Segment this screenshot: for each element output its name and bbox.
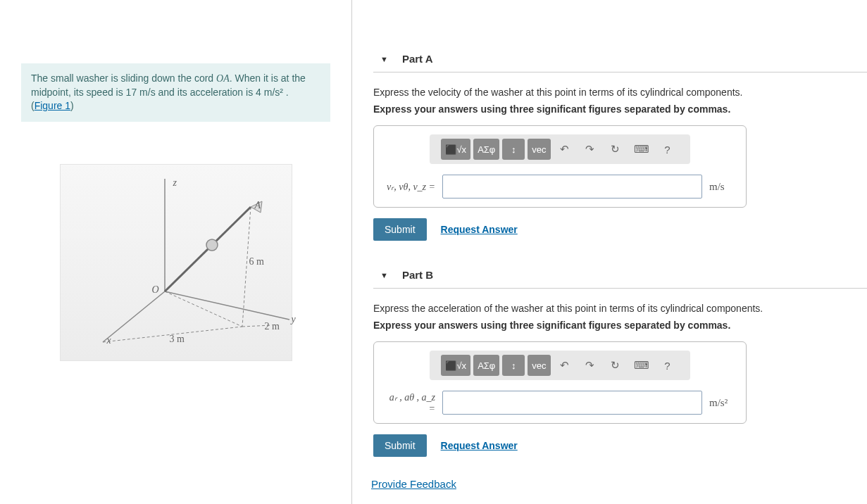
part-a-instr2: Express your answers using three signifi…: [373, 103, 867, 115]
part-a-header[interactable]: ▼ Part A: [373, 46, 867, 73]
problem-text-post: ): [70, 100, 74, 111]
redo-button[interactable]: ↷: [579, 139, 601, 160]
greek-button[interactable]: ΑΣφ: [473, 355, 499, 376]
part-b-input-row: aᵣ , aθ , a_z = m/s²: [382, 391, 737, 415]
figure-link[interactable]: Figure 1: [35, 100, 70, 111]
chevron-down-icon: ▼: [380, 271, 388, 279]
chevron-down-icon: ▼: [380, 55, 388, 63]
redo-button[interactable]: ↷: [579, 355, 601, 376]
part-a-request-answer-link[interactable]: Request Answer: [441, 224, 518, 235]
part-b-unit: m/s²: [709, 397, 737, 409]
part-a-toolbar: ⬛√x ΑΣφ ↕ vec ↶ ↷ ↻ ⌨ ?: [430, 134, 690, 164]
reset-button[interactable]: ↻: [604, 139, 627, 160]
dim-3m: 3 m: [170, 334, 185, 345]
part-b-instr2: Express your answers using three signifi…: [373, 320, 867, 331]
help-button[interactable]: ?: [656, 355, 679, 376]
templates-icon: ⬛√x: [445, 360, 466, 371]
svg-line-1: [103, 291, 165, 342]
provide-feedback-link[interactable]: Provide Feedback: [371, 478, 456, 490]
templates-button[interactable]: ⬛√x: [441, 139, 470, 160]
part-a-submit-button[interactable]: Submit: [373, 218, 427, 241]
templates-icon: ⬛√x: [445, 144, 466, 155]
figure-area: z A 6 m O y 2 m 3 m x: [21, 164, 330, 361]
undo-button[interactable]: ↶: [554, 355, 576, 376]
problem-statement: The small washer is sliding down the cor…: [21, 63, 330, 122]
part-a-instr1: Express the velocity of the washer at th…: [373, 87, 867, 98]
part-a-submit-row: Submit Request Answer: [373, 218, 867, 241]
svg-line-2: [165, 291, 289, 320]
templates-button[interactable]: ⬛√x: [441, 355, 470, 376]
origin-O-label: O: [152, 284, 159, 296]
part-a-body: Express the velocity of the washer at th…: [373, 87, 867, 241]
part-b-submit-button[interactable]: Submit: [373, 434, 427, 457]
greek-button[interactable]: ΑΣφ: [473, 139, 499, 160]
undo-button[interactable]: ↶: [554, 139, 576, 160]
problem-text-pre: The small washer is sliding down the cor…: [31, 73, 216, 84]
part-a-title: Part A: [402, 53, 433, 65]
dim-6m: 6 m: [249, 256, 264, 267]
part-b-header[interactable]: ▼ Part B: [373, 262, 867, 289]
part-b-toolbar: ⬛√x ΑΣφ ↕ vec ↶ ↷ ↻ ⌨ ?: [430, 351, 690, 380]
left-column: The small washer is sliding down the cor…: [0, 0, 352, 504]
part-a-var-label: vᵣ, vθ, v_z =: [382, 181, 435, 193]
vector-button[interactable]: vec: [528, 355, 550, 376]
right-column: ▼ Part A Express the velocity of the was…: [352, 0, 867, 504]
svg-line-3: [165, 291, 242, 327]
reset-button[interactable]: ↻: [604, 355, 627, 376]
part-a-answer-input[interactable]: [442, 175, 702, 199]
axis-z-label: z: [173, 177, 177, 189]
part-a-input-row: vᵣ, vθ, v_z = m/s: [382, 175, 737, 199]
subscript-button[interactable]: ↕: [502, 139, 525, 160]
keyboard-button[interactable]: ⌨: [630, 139, 654, 160]
axis-x-label: x: [107, 335, 111, 346]
dim-2m: 2 m: [265, 321, 280, 332]
svg-point-8: [206, 239, 218, 251]
part-b-answer-input[interactable]: [442, 391, 702, 415]
part-b-body: Express the acceleration of the washer a…: [373, 303, 867, 457]
figure-box: z A 6 m O y 2 m 3 m x: [60, 164, 292, 361]
part-b-request-answer-link[interactable]: Request Answer: [441, 440, 518, 451]
part-b-title: Part B: [402, 269, 433, 281]
part-b-submit-row: Submit Request Answer: [373, 434, 867, 457]
part-b-var-label: aᵣ , aθ , a_z =: [382, 391, 435, 415]
subscript-button[interactable]: ↕: [502, 355, 525, 376]
problem-OA: OA: [216, 73, 230, 84]
part-b-instr1: Express the acceleration of the washer a…: [373, 303, 867, 314]
vector-button[interactable]: vec: [528, 139, 550, 160]
axis-y-label: y: [292, 314, 296, 325]
point-A-label: A: [255, 200, 261, 211]
part-a-answer-box: ⬛√x ΑΣφ ↕ vec ↶ ↷ ↻ ⌨ ? vᵣ, vθ, v_z = m/…: [373, 125, 747, 208]
part-b-answer-box: ⬛√x ΑΣφ ↕ vec ↶ ↷ ↻ ⌨ ? aᵣ , aθ , a_z = …: [373, 341, 747, 424]
keyboard-button[interactable]: ⌨: [630, 355, 654, 376]
help-button[interactable]: ?: [656, 139, 679, 160]
part-a-unit: m/s: [709, 181, 737, 193]
